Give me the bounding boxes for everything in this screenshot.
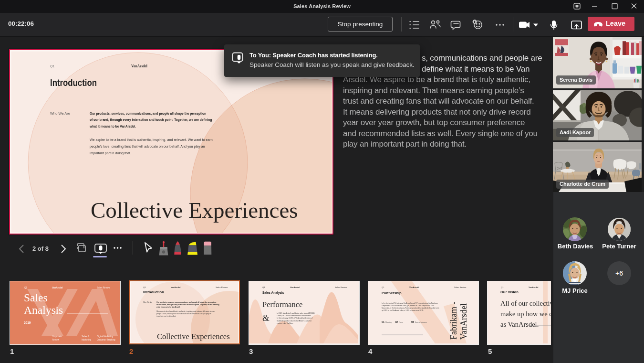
svg-text:01: 01 (382, 320, 384, 323)
svg-text:important part in doing that.: important part in doing that. (156, 315, 176, 317)
svg-text:VanArsdel: VanArsdel (459, 303, 468, 340)
svg-text:VanArsdel products due to VanA: VanArsdel products due to VanArsdel's cu… (277, 320, 312, 322)
svg-text:Fabrikam -: Fabrikam - (449, 302, 458, 340)
svg-text:Collective Experiences: Collective Experiences (157, 332, 230, 341)
svg-text:Sales Review: Sales Review (454, 286, 467, 288)
svg-text:All of our collective: All of our collective (500, 299, 551, 307)
svg-text:Q1: Q1 (24, 287, 28, 289)
svg-text:as VanArsdel.: as VanArsdel. (500, 320, 539, 328)
svg-text:Sales: Sales (24, 291, 48, 304)
svg-text:In that category, 63.2% of Van: In that category, 63.2% of VanArsdel-wid… (277, 317, 313, 319)
svg-text:VanArsdel: VanArsdel (529, 286, 538, 288)
svg-text:Marketing: Marketing (82, 339, 92, 341)
svg-text:Sales &: Sales & (82, 335, 89, 338)
svg-text:VanArsdel: VanArsdel (409, 286, 419, 288)
svg-text:VanArsdel: VanArsdel (290, 286, 300, 288)
svg-text:Focus: Focus (399, 321, 403, 323)
svg-text:2019: 2019 (24, 321, 31, 324)
svg-text:In 2019, VanArsdel's worldwide: In 2019, VanArsdel's worldwide sales top… (277, 312, 315, 314)
svg-text:Q1: Q1 (382, 286, 384, 288)
svg-text:Sales Review: Sales Review (216, 286, 228, 288)
svg-text:Sales Review: Sales Review (97, 287, 111, 289)
svg-text:Customer Tracking: Customer Tracking (97, 339, 115, 341)
svg-text:Sales Review: Sales Review (335, 286, 347, 288)
svg-text:Review: Review (52, 339, 60, 341)
svg-text:Performance: Performance (262, 300, 302, 309)
svg-text:Desired outcome: Desired outcome (415, 321, 427, 323)
svg-text:up 9.3% of the VanArsdel sales: up 9.3% of the VanArsdel sales, a 1.8% i… (382, 310, 424, 311)
svg-text:contract calls VanRom.: contract calls VanRom. (277, 322, 293, 324)
svg-text:VanArsdel: VanArsdel (52, 287, 62, 289)
svg-text:Our products, services, commun: Our products, services, communications, … (156, 301, 216, 303)
svg-text:of our brand, through every in: of our brand, through every interaction … (156, 304, 219, 306)
svg-text:&: & (262, 313, 270, 323)
svg-text:Sales Analysis: Sales Analysis (262, 291, 284, 295)
svg-text:Meanwhile, in the latest categ: Meanwhile, in the latest category, Fabri… (382, 307, 439, 309)
svg-text:Our Vision: Our Vision (500, 290, 519, 294)
svg-text:Q1: Q1 (501, 286, 504, 288)
svg-text:Who We Are: Who We Are (143, 301, 152, 303)
svg-text:Of that, 46.7% was from the sa: Of that, 46.7% was from the sales of ele… (277, 315, 312, 317)
svg-text:VanArsdel: VanArsdel (171, 286, 180, 288)
svg-text:Introduction: Introduction (143, 290, 164, 294)
svg-text:In the first period, TV catego: In the first period, TV category, VanArs… (382, 302, 438, 304)
svg-text:comprised 4.6% of VanArsdel sa: comprised 4.6% of VanArsdel sales, yet l… (382, 305, 435, 307)
svg-text:Q1: Q1 (143, 286, 146, 288)
svg-text:02: 02 (395, 320, 398, 323)
svg-text:Q1: Q1 (262, 286, 265, 288)
svg-text:what it means to be VanArsdel.: what it means to be VanArsdel. (156, 306, 180, 308)
svg-text:make up how we co: make up how we co (500, 310, 551, 318)
svg-text:Analysis: Analysis (24, 304, 63, 316)
svg-text:people's love, creating fans t: people's love, creating fans that will a… (156, 313, 211, 315)
svg-text:Digital Marketing: Digital Marketing (97, 335, 114, 338)
svg-text:Corporate: Corporate (52, 335, 62, 338)
svg-text:03: 03 (411, 320, 414, 323)
svg-text:We aspire to be a brand that i: We aspire to be a brand that is authenti… (156, 310, 215, 312)
svg-text:Meaning: Meaning (385, 321, 392, 323)
svg-text:Partnership: Partnership (382, 291, 402, 295)
